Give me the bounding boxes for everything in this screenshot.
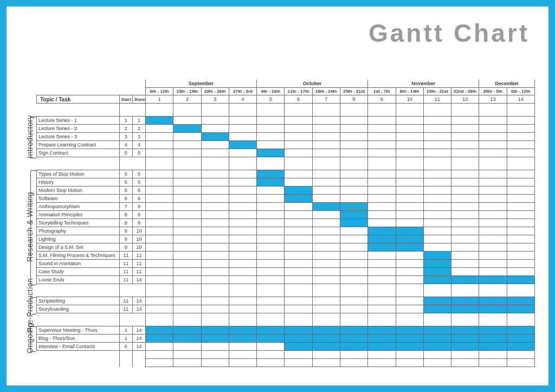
- gantt-cell: [479, 117, 507, 125]
- gantt-cell: [229, 133, 256, 141]
- gantt-cell: [451, 260, 479, 268]
- gantt-cell: [396, 219, 423, 227]
- trailing-row: [37, 351, 535, 359]
- task-start: 5: [119, 178, 132, 187]
- task-start: 6: [119, 343, 132, 351]
- month-header: October: [257, 80, 368, 87]
- gantt-cell: [257, 125, 285, 133]
- gantt-cell: [312, 335, 340, 343]
- gantt-cell: [312, 268, 340, 276]
- task-done: 11: [132, 252, 145, 260]
- week-range: 18th - 24th: [312, 87, 340, 95]
- task-label: Lecture Series - 3: [37, 133, 120, 141]
- topic-task-header: Topic / Task: [37, 95, 120, 104]
- gantt-cell: [479, 276, 507, 284]
- gantt-cell: [285, 268, 312, 276]
- group-gap: [37, 284, 535, 297]
- gantt-cell: [396, 203, 423, 211]
- gantt-cell: [451, 268, 479, 276]
- gantt-cell: [146, 326, 173, 335]
- gantt-cell: [368, 227, 396, 235]
- task-start: 5: [119, 149, 132, 157]
- gantt-cell: [312, 276, 340, 284]
- task-row: Sound In Animation1111: [37, 260, 535, 268]
- gantt-cell: [285, 117, 312, 125]
- gantt-cell: [368, 117, 396, 125]
- task-row: Design of a S.M. Set910: [37, 243, 535, 252]
- gantt-cell: [451, 227, 479, 235]
- gantt-cell: [368, 335, 396, 343]
- gantt-cell: [312, 252, 340, 260]
- gantt-cell: [146, 252, 173, 260]
- gantt-cell: [340, 268, 367, 276]
- task-label: Photography: [37, 227, 120, 235]
- gantt-cell: [173, 125, 201, 133]
- gantt-cell: [285, 305, 312, 313]
- task-row: Animation Principles88: [37, 211, 535, 219]
- week-number: 1: [146, 95, 173, 104]
- gantt-cell: [257, 235, 285, 243]
- gantt-cell: [368, 133, 396, 141]
- gantt-cell: [451, 125, 479, 133]
- gantt-cell: [423, 219, 451, 227]
- gantt-cell: [285, 133, 312, 141]
- gantt-cell: [396, 133, 423, 141]
- gantt-cell: [285, 170, 312, 178]
- gantt-cell: [451, 276, 479, 284]
- gantt-cell: [368, 243, 396, 252]
- gantt-cell: [507, 268, 534, 276]
- gantt-cell: [229, 149, 256, 157]
- gantt-cell: [451, 343, 479, 351]
- gantt-cell: [257, 260, 285, 268]
- task-start: 11: [119, 297, 132, 305]
- task-label: Software: [37, 195, 120, 203]
- task-label: Interview - Email Contacts: [37, 343, 120, 351]
- gantt-cell: [257, 117, 285, 125]
- group-gap: [37, 313, 535, 326]
- gantt-cell: [312, 235, 340, 243]
- group-gap: [37, 104, 535, 117]
- week-number: 10: [396, 95, 423, 104]
- week-range: 1st - 7th: [368, 87, 396, 95]
- gantt-cell: [479, 195, 507, 203]
- week-number: 5: [257, 95, 285, 104]
- week-range: 6th - 12th: [507, 87, 534, 95]
- task-done: 4: [132, 141, 145, 149]
- gantt-cell: [173, 235, 201, 243]
- gantt-cell: [479, 335, 507, 343]
- gantt-cell: [229, 141, 256, 149]
- gantt-cell: [479, 252, 507, 260]
- gantt-cell: [368, 343, 396, 351]
- gantt-cell: [201, 227, 229, 235]
- task-row: Case Study1111: [37, 268, 535, 276]
- gantt-cell: [146, 133, 173, 141]
- gantt-cell: [146, 219, 173, 227]
- gantt-cell: [368, 268, 396, 276]
- gantt-cell: [451, 335, 479, 343]
- gantt-cell: [201, 141, 229, 149]
- gantt-cell: [423, 178, 451, 187]
- gantt-cell: [423, 305, 451, 313]
- gantt-cell: [368, 195, 396, 203]
- gantt-cell: [479, 141, 507, 149]
- gantt-cell: [340, 133, 367, 141]
- gantt-cell: [173, 252, 201, 260]
- task-row: Loose Ends1114: [37, 276, 535, 284]
- gantt-cell: [285, 326, 312, 335]
- task-row: Modern Stop Motion66: [37, 187, 535, 195]
- gantt-cell: [340, 219, 367, 227]
- gantt-cell: [201, 260, 229, 268]
- gantt-cell: [229, 243, 256, 252]
- gantt-cell: [312, 243, 340, 252]
- task-start: 9: [119, 235, 132, 243]
- gantt-cell: [229, 211, 256, 219]
- gantt-cell: [507, 149, 534, 157]
- gantt-cell: [507, 243, 534, 252]
- task-row: S.M. Filming Process & Techniques1111: [37, 252, 535, 260]
- task-label: Animation Principles: [37, 211, 120, 219]
- gantt-cell: [146, 276, 173, 284]
- gantt-cell: [479, 243, 507, 252]
- gantt-cell: [423, 227, 451, 235]
- task-done: 6: [132, 187, 145, 195]
- gantt-cell: [257, 268, 285, 276]
